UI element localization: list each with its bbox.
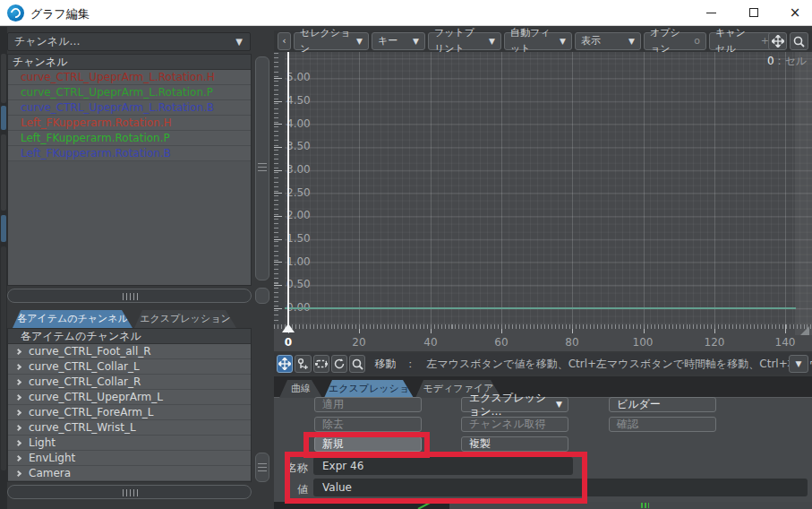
- time-cursor[interactable]: [287, 52, 289, 326]
- x-tick-label: 20: [341, 336, 377, 349]
- scrollbar-grip-icon: [258, 463, 267, 471]
- chevron-down-icon: ▼: [407, 33, 419, 49]
- y-tick-label: 3.00: [286, 163, 322, 176]
- time-ruler[interactable]: [274, 324, 812, 335]
- remove-button[interactable]: 除去: [314, 417, 422, 432]
- move-icon: [278, 358, 291, 370]
- tree-item[interactable]: curve_CTRL_Wrist_L: [8, 420, 251, 436]
- app-logo-icon: [7, 4, 24, 22]
- tab-expressions[interactable]: エクスプレッション: [134, 310, 236, 328]
- key-menu[interactable]: キー▼: [372, 32, 425, 50]
- x-tick-label: 80: [554, 336, 590, 349]
- y-tick-label: 4.50: [286, 94, 322, 107]
- item-tree: 各アイテムのチャンネル curve_CTRL_Foot_all_R curve_…: [7, 328, 252, 482]
- plot-resize-grip[interactable]: [800, 326, 809, 335]
- tree-item[interactable]: Light: [8, 436, 251, 451]
- expression-panel: 曲線 エクスプレッション モディファイア 適用 除去 新規 エクスプレッション……: [274, 376, 812, 509]
- confirm-button[interactable]: 確認: [609, 417, 716, 432]
- edge-segment-blue: [1, 215, 6, 242]
- tree-item[interactable]: curve_CTRL_Collar_R: [8, 375, 251, 390]
- channel-select-label: チャンネル…: [14, 35, 80, 47]
- chevron-right-icon[interactable]: [15, 348, 21, 354]
- tree-item[interactable]: curve_CTRL_Foot_all_R: [8, 344, 251, 359]
- item-tree-vscrollbar[interactable]: [255, 453, 269, 482]
- get-channel-button[interactable]: チャンネル取得: [461, 417, 568, 432]
- plot-tool-strip: 移動： 左マウスボタンで値を移動、Ctrl+左マウスボタンで時間軸を移動、Ctr…: [274, 353, 812, 375]
- channel-list-header: チャンネル: [8, 55, 251, 70]
- channel-row[interactable]: Left_FKupperarm.Rotation.H: [8, 116, 251, 131]
- channel-row[interactable]: Left_FKupperarm.Rotation.P: [8, 131, 251, 146]
- chevron-right-icon[interactable]: [15, 470, 21, 476]
- apply-button[interactable]: 適用: [314, 397, 422, 412]
- chevron-right-icon[interactable]: [15, 409, 21, 415]
- x-tick-label: 40: [413, 336, 449, 349]
- channel-row[interactable]: curve_CTRL_UpeprArm_L.Rotation.B: [8, 100, 251, 116]
- move-tool-button[interactable]: [277, 355, 293, 373]
- tab-curve[interactable]: 曲線: [279, 380, 322, 398]
- tree-item[interactable]: EnvLight: [8, 451, 251, 466]
- y-tick-label: 3.50: [286, 140, 322, 152]
- chevron-down-icon: ▼: [483, 33, 495, 49]
- channel-select-dropdown[interactable]: チャンネル… ▼: [7, 32, 251, 51]
- scrollbar-grip-icon: [123, 489, 138, 496]
- magnifier-icon: [793, 36, 805, 47]
- y-tick-label: 2.00: [286, 209, 322, 221]
- pan-tool-button[interactable]: [768, 32, 787, 50]
- builder-button[interactable]: ビルダー: [609, 397, 716, 412]
- zoom-region-tool-button[interactable]: [349, 355, 365, 373]
- chevron-right-icon[interactable]: [15, 378, 21, 384]
- close-button[interactable]: ×: [781, 0, 809, 26]
- scrollbar-grip-icon: [123, 293, 138, 300]
- maximize-button[interactable]: [739, 0, 768, 26]
- duplicate-button[interactable]: 複製: [461, 436, 568, 452]
- channel-list-hscrollbar[interactable]: [7, 289, 252, 303]
- tree-item-label: curve_CTRL_Collar_R: [29, 375, 141, 390]
- chevron-down-icon: ▼: [623, 33, 635, 49]
- new-button[interactable]: 新規: [314, 436, 422, 452]
- tree-item[interactable]: curve_CTRL_ForeArm_L: [8, 405, 251, 420]
- tree-item-label: curve_CTRL_Wrist_L: [29, 420, 136, 436]
- value-field-label: 値: [297, 482, 308, 497]
- tree-item[interactable]: Camera: [8, 466, 251, 481]
- chevron-right-icon[interactable]: [15, 454, 21, 461]
- time-cursor-handle-icon[interactable]: [282, 324, 295, 332]
- tool-hint-separator: ：: [405, 358, 415, 370]
- tab-expression[interactable]: エクスプレッション: [324, 380, 414, 398]
- options-shortcut: o: [688, 33, 700, 49]
- channel-row[interactable]: curve_CTRL_UpeprArm_L.Rotation.P: [8, 85, 251, 100]
- graph-plot-area[interactable]: 0 : セル 5.00 4.50 4.00 3.50 3.00 2.50 2.0…: [274, 52, 812, 351]
- y-tick-label: 4.00: [286, 117, 322, 130]
- y-tick-label: 0.50: [286, 278, 322, 290]
- options-button[interactable]: オプションo: [644, 32, 706, 50]
- expression-menu-button[interactable]: エクスプレッション… ▼: [461, 397, 568, 412]
- chevron-right-icon[interactable]: [15, 363, 21, 369]
- channel-row[interactable]: Left_FKupperarm.Rotation.B: [8, 146, 251, 161]
- add-key-tool-button[interactable]: [295, 355, 311, 373]
- tree-item[interactable]: curve_CTRL_Collar_L: [8, 359, 251, 375]
- footprint-menu[interactable]: フットプリント▼: [428, 32, 501, 50]
- value-field[interactable]: Value: [313, 479, 808, 496]
- hint-dropdown-button[interactable]: ▼: [789, 355, 808, 373]
- item-tree-hscrollbar[interactable]: [7, 485, 252, 499]
- channel-row[interactable]: curve_CTRL_UpeprArm_L.Rotation.H: [8, 70, 251, 85]
- chevron-right-icon[interactable]: [15, 424, 21, 430]
- tab-item-channels[interactable]: 各アイテムのチャンネル: [13, 310, 132, 328]
- display-menu[interactable]: 表示▼: [575, 32, 641, 50]
- chevron-right-icon[interactable]: [15, 393, 21, 400]
- chevron-right-icon[interactable]: [15, 439, 21, 445]
- back-button[interactable]: ‹: [278, 32, 291, 50]
- marquee-select-tool-button[interactable]: [313, 355, 329, 373]
- zero-value-line: [285, 307, 796, 309]
- name-field[interactable]: Expr 46: [313, 457, 573, 475]
- autofit-menu[interactable]: 自動フィット▼: [504, 32, 572, 50]
- tree-item[interactable]: curve_CTRL_UpeprArm_L: [8, 390, 251, 405]
- zoom-tool-button[interactable]: [790, 32, 808, 50]
- left-edge-strip: [0, 27, 7, 509]
- curve-fragment: [418, 502, 432, 509]
- plot-right-band: [795, 52, 812, 335]
- selection-menu[interactable]: セレクション▼: [294, 32, 369, 50]
- refresh-tool-button[interactable]: [331, 355, 347, 373]
- minimize-button[interactable]: [697, 0, 725, 26]
- channel-list-vscrollbar[interactable]: [255, 56, 269, 280]
- graph-editor-window: { "window": { "title": "グラフ編集", "close_g…: [0, 0, 812, 509]
